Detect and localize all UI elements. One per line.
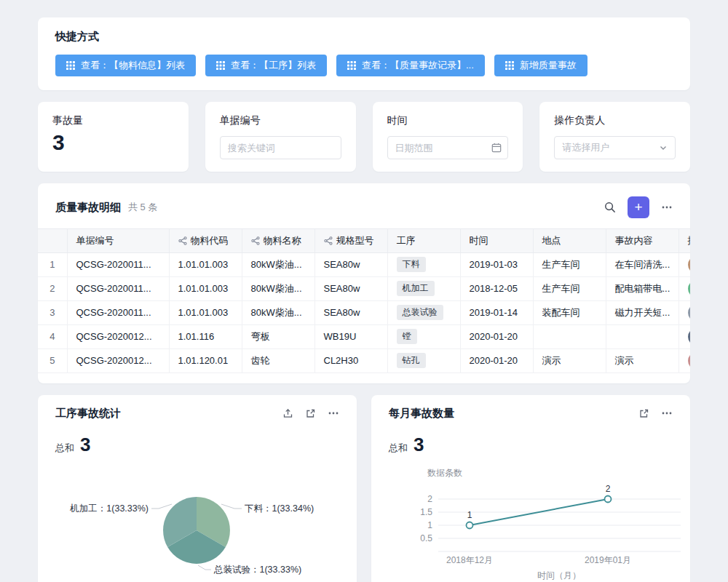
table-row[interactable]: 2QCSG-2020011...1.01.01.00380kW柴油...SEA8… xyxy=(38,276,690,300)
cell-process: 机加工 xyxy=(387,276,460,300)
open-in-new-icon xyxy=(305,408,316,419)
cell-content xyxy=(606,324,678,348)
pie-more-button[interactable] xyxy=(328,408,339,418)
cell-content: 磁力开关短... xyxy=(606,300,678,324)
cell-index: 4 xyxy=(38,324,67,348)
search-icon xyxy=(604,202,616,213)
pie-total-value: 3 xyxy=(80,434,90,456)
column-header: 地点 xyxy=(533,229,606,252)
cell-operator xyxy=(678,348,690,372)
column-header xyxy=(38,229,67,252)
cell-material-code: 1.01.116 xyxy=(169,324,242,348)
svg-text:2018年12月: 2018年12月 xyxy=(446,555,493,565)
operator-filter-card: 操作负责人 请选择用户 xyxy=(539,102,690,172)
expand-button[interactable] xyxy=(638,408,649,419)
line-total-value: 3 xyxy=(414,434,424,456)
shortcut-button[interactable]: 查看：【质量事故记录】... xyxy=(336,55,485,76)
ellipsis-icon xyxy=(661,202,673,212)
dashboard-page: 快捷方式 查看：【物料信息】列表查看：【工序】列表查看：【质量事故记录】...新… xyxy=(0,0,728,582)
lookup-icon xyxy=(251,236,260,245)
cell-spec: CL2H30 xyxy=(314,348,387,372)
date-range-input[interactable] xyxy=(387,136,509,159)
expand-button[interactable] xyxy=(305,408,316,419)
cell-content: 演示 xyxy=(606,348,678,372)
avatar xyxy=(688,280,691,298)
process-tag: 下料 xyxy=(397,257,426,271)
table-row[interactable]: 3QCSG-2020011...1.01.01.00380kW柴油...SEA8… xyxy=(38,300,690,324)
column-header-label: 规格型号 xyxy=(336,234,374,247)
doc-no-filter-label: 单据编号 xyxy=(220,114,341,127)
cell-place: 生产车间 xyxy=(533,252,606,276)
cell-material-name: 80kW柴油... xyxy=(242,276,314,300)
doc-no-search-input[interactable] xyxy=(220,136,341,159)
shortcut-button[interactable]: 查看：【工序】列表 xyxy=(205,55,327,76)
accident-count-value: 3 xyxy=(52,130,174,154)
column-header: 物料代码 xyxy=(169,229,242,252)
search-button[interactable] xyxy=(604,202,616,213)
shortcuts-title: 快捷方式 xyxy=(55,30,673,44)
cell-time: 2019-01-14 xyxy=(460,300,533,324)
cell-material-code: 1.01.01.003 xyxy=(169,300,242,324)
cell-process: 镗 xyxy=(387,324,460,348)
lookup-icon xyxy=(324,236,333,245)
svg-text:机加工：1(33.33%): 机加工：1(33.33%) xyxy=(69,503,149,514)
shortcut-button-label: 查看：【工序】列表 xyxy=(231,59,316,72)
grid-icon xyxy=(66,61,75,70)
open-in-new-icon xyxy=(638,408,649,419)
cell-doc-no: QCSG-2020011... xyxy=(67,276,169,300)
pie-chart-title: 工序事故统计 xyxy=(55,407,121,420)
time-filter-label: 时间 xyxy=(387,114,509,127)
operator-select[interactable]: 请选择用户 xyxy=(554,136,676,159)
table-header-row: 单据编号物料代码物料名称规格型号工序时间地点事故内容操作负责人 xyxy=(38,229,690,252)
process-tag: 钻孔 xyxy=(397,353,426,367)
cell-doc-no: QCSG-2020012... xyxy=(67,324,169,348)
process-tag: 镗 xyxy=(397,329,417,343)
column-header: 单据编号 xyxy=(67,229,169,252)
cell-material-code: 1.01.01.003 xyxy=(169,252,242,276)
plus-icon: + xyxy=(634,199,642,215)
avatar xyxy=(688,352,691,370)
grid-icon xyxy=(347,61,356,70)
shortcut-button-label: 查看：【质量事故记录】... xyxy=(362,59,474,72)
column-header-label: 事故内容 xyxy=(615,234,653,247)
table-row[interactable]: 1QCSG-2020011...1.01.01.00380kW柴油...SEA8… xyxy=(38,252,690,276)
cell-time: 2020-01-20 xyxy=(460,348,533,372)
column-header-label: 单据编号 xyxy=(76,234,114,247)
cell-material-name: 弯板 xyxy=(242,324,314,348)
cell-place: 演示 xyxy=(533,348,606,372)
column-header-label: 时间 xyxy=(470,234,488,247)
shortcut-button[interactable]: 新增质量事故 xyxy=(494,55,587,76)
cell-index: 1 xyxy=(38,252,67,276)
column-header: 时间 xyxy=(460,229,533,252)
cell-place xyxy=(533,324,606,348)
chevron-down-icon xyxy=(659,143,668,152)
cell-place: 生产车间 xyxy=(533,276,606,300)
column-header-label: 物料代码 xyxy=(191,234,229,247)
cell-index: 3 xyxy=(38,300,67,324)
table-row[interactable]: 5QCSG-2020012...1.01.120.01齿轮CL2H30钻孔202… xyxy=(38,348,690,372)
svg-text:1: 1 xyxy=(467,510,472,520)
monthly-line-card: 每月事故数量 总和 3 数据条数0.511.5212018年12月22019年0… xyxy=(371,395,690,582)
table-more-button[interactable] xyxy=(661,202,673,212)
column-header: 操作负责人 xyxy=(678,229,690,252)
add-record-button[interactable]: + xyxy=(628,196,649,218)
avatar xyxy=(688,328,691,346)
cell-material-name: 80kW柴油... xyxy=(242,300,314,324)
cell-spec: SEA80w xyxy=(314,300,387,324)
accident-count-label: 事故量 xyxy=(52,114,174,127)
cell-spec: SEA80w xyxy=(314,252,387,276)
shortcut-button[interactable]: 查看：【物料信息】列表 xyxy=(55,55,196,76)
shortcut-buttons: 查看：【物料信息】列表查看：【工序】列表查看：【质量事故记录】...新增质量事故 xyxy=(55,55,673,76)
cell-material-name: 80kW柴油... xyxy=(242,252,314,276)
column-header-label: 地点 xyxy=(542,234,561,247)
grid-icon xyxy=(216,61,225,70)
svg-text:总装试验：1(33.33%): 总装试验：1(33.33%) xyxy=(213,565,301,575)
filter-row: 事故量 3 单据编号 时间 操作负责人 请选择 xyxy=(38,102,690,172)
table-row[interactable]: 4QCSG-2020012...1.01.116弯板WB19U镗2020-01-… xyxy=(38,324,690,348)
line-more-button[interactable] xyxy=(661,408,673,418)
export-button[interactable] xyxy=(282,408,293,419)
avatar xyxy=(688,304,691,322)
table-scroll-area[interactable]: 单据编号物料代码物料名称规格型号工序时间地点事故内容操作负责人 1QCSG-20… xyxy=(38,228,690,373)
cell-time: 2018-12-05 xyxy=(460,276,533,300)
ellipsis-icon xyxy=(328,408,339,418)
